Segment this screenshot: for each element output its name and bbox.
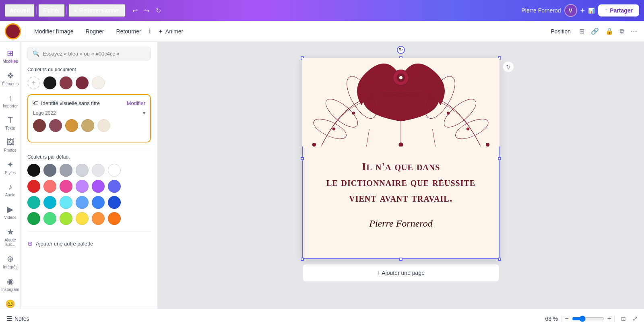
file-button[interactable]: Fichier xyxy=(38,4,65,17)
brand-color-3[interactable] xyxy=(65,119,78,132)
def-color-purple[interactable] xyxy=(92,180,105,193)
def-color-pink[interactable] xyxy=(60,180,72,193)
quote-text[interactable]: Il n'a que dans le dictionnaire que réus… xyxy=(318,159,483,206)
notes-button[interactable]: ☰ Notes xyxy=(6,315,29,322)
def-color-orange[interactable] xyxy=(92,212,105,225)
def-color-dark-blue[interactable] xyxy=(108,196,121,209)
added-icon: ★ xyxy=(7,227,14,237)
doc-color-1[interactable] xyxy=(43,76,56,89)
modify-image-button[interactable]: Modifier l'image xyxy=(29,26,78,37)
animate-button[interactable]: ✦ Animer xyxy=(153,26,188,37)
link-button[interactable]: 🔗 xyxy=(589,25,601,37)
zoom-slider[interactable] xyxy=(572,316,604,322)
plus-button[interactable]: + xyxy=(580,6,585,15)
add-page-button[interactable]: + Ajouter une page xyxy=(302,264,500,282)
color-search-box[interactable]: 🔍 xyxy=(27,47,151,60)
sidebar-item-instagram[interactable]: ◉ Instagram xyxy=(1,273,20,295)
more-button[interactable]: ⋯ xyxy=(629,25,639,37)
sidebar-item-elements[interactable]: ❖ Éléments xyxy=(1,68,20,89)
sidebar-item-integres[interactable]: ⊕ Intégrés xyxy=(1,251,20,272)
handle-bottom-mid[interactable] xyxy=(399,258,402,261)
svg-point-8 xyxy=(332,128,335,130)
flip-button[interactable]: Retourner xyxy=(111,26,146,37)
svg-line-22 xyxy=(432,129,436,146)
position-button[interactable]: Position xyxy=(547,26,575,37)
resize-button[interactable]: Redimensionner xyxy=(68,4,125,17)
rotation-handle[interactable]: ↻ xyxy=(397,46,405,54)
sidebar-item-added[interactable]: ★ Ajouté aux... xyxy=(1,224,20,250)
doc-color-2[interactable] xyxy=(60,76,72,89)
sidebar-item-photos[interactable]: 🖼 Photos xyxy=(1,134,20,156)
document-colors-title: Couleurs du document xyxy=(27,67,151,72)
undo-button[interactable]: ↩ xyxy=(130,4,140,17)
zoom-plus-button[interactable]: + xyxy=(607,315,611,322)
handle-bottom-left[interactable] xyxy=(301,258,304,261)
author-text[interactable]: Pierre Fornerod xyxy=(318,218,483,229)
canvas-frame[interactable]: ⧉ ↗ xyxy=(302,58,500,259)
doc-color-4[interactable] xyxy=(92,76,105,89)
def-color-light-green[interactable] xyxy=(43,212,56,225)
info-button[interactable]: ℹ xyxy=(149,27,151,35)
brand-modify-button[interactable]: Modifier xyxy=(127,100,145,106)
def-color-teal[interactable] xyxy=(27,196,40,209)
layers-button[interactable]: ⊞ xyxy=(577,25,586,37)
sidebar-item-audio[interactable]: ♪ Audio xyxy=(1,179,20,200)
brand-color-1[interactable] xyxy=(33,119,46,132)
brand-color-2[interactable] xyxy=(49,119,62,132)
zoom-divider xyxy=(561,316,561,322)
svg-point-2 xyxy=(322,95,362,132)
sidebar-item-text-label: Texte xyxy=(6,126,15,130)
def-color-lime[interactable] xyxy=(60,212,72,225)
color-preview-button[interactable] xyxy=(5,23,21,39)
def-color-cyan[interactable] xyxy=(43,196,56,209)
def-color-dark-green[interactable] xyxy=(27,212,40,225)
sidebar-item-text[interactable]: T Texte xyxy=(1,112,20,134)
def-color-light-gray[interactable] xyxy=(76,164,89,177)
doc-color-3[interactable] xyxy=(76,76,89,89)
sidebar-item-models[interactable]: ⊞ Modèles xyxy=(1,45,20,67)
instagram-icon: ◉ xyxy=(7,276,14,286)
redo-button[interactable]: ↪ xyxy=(142,4,152,17)
crop-button[interactable]: Rogner xyxy=(81,26,109,37)
def-color-light-blue[interactable] xyxy=(76,196,89,209)
lock-button[interactable]: 🔒 xyxy=(603,25,615,37)
color-search-input[interactable] xyxy=(43,51,146,57)
canvas-refresh-button[interactable]: ↻ xyxy=(503,61,514,72)
def-color-indigo[interactable] xyxy=(108,180,121,193)
duplicate-button[interactable]: ⧉ xyxy=(618,26,626,37)
def-color-blue[interactable] xyxy=(92,196,105,209)
def-color-dark-gray[interactable] xyxy=(43,164,56,177)
fullscreen-button[interactable]: ⤢ xyxy=(632,315,638,322)
sidebar-item-instagram-label: Instagram xyxy=(1,287,19,292)
animate-icon: ✦ xyxy=(158,28,163,35)
handle-bottom-right[interactable] xyxy=(498,258,501,261)
sync-button[interactable]: ↻ xyxy=(153,4,163,17)
canvas-scroll[interactable]: ⧉ ↗ xyxy=(158,42,644,309)
svg-point-4 xyxy=(311,115,349,143)
page-size-button[interactable]: ⊡ xyxy=(618,314,629,324)
def-color-yellow[interactable] xyxy=(76,212,89,225)
def-color-white[interactable] xyxy=(108,164,121,177)
stats-button[interactable]: 📊 xyxy=(588,8,595,14)
def-color-red[interactable] xyxy=(27,180,40,193)
sidebar-item-styles[interactable]: ✦ Styles xyxy=(1,157,20,178)
def-color-dark-orange[interactable] xyxy=(108,212,121,225)
brand-color-5[interactable] xyxy=(97,119,110,132)
def-color-light-cyan[interactable] xyxy=(60,196,72,209)
add-color-button[interactable]: + xyxy=(27,76,40,89)
def-color-light-purple[interactable] xyxy=(76,180,89,193)
def-color-medium-gray[interactable] xyxy=(60,164,72,177)
zoom-minus-button[interactable]: − xyxy=(565,315,568,322)
def-color-light-red[interactable] xyxy=(43,180,56,193)
def-color-black[interactable] xyxy=(27,164,40,177)
home-button[interactable]: Accueil xyxy=(5,4,35,17)
def-color-lighter-gray[interactable] xyxy=(92,164,105,177)
sidebar-item-videos[interactable]: ▶ Vidéos xyxy=(1,201,20,223)
share-icon: ↑ xyxy=(605,7,607,14)
add-palette-button[interactable]: ⊕ Ajouter une autre palette xyxy=(27,237,93,251)
sidebar-item-import[interactable]: ↑ Importer xyxy=(1,90,20,111)
brand-color-4[interactable] xyxy=(81,119,94,132)
mandala-container[interactable] xyxy=(302,58,500,146)
sidebar-item-bitmoji[interactable]: 😊 Bitmoji xyxy=(1,296,20,309)
share-button[interactable]: ↑ Partager xyxy=(598,4,639,17)
